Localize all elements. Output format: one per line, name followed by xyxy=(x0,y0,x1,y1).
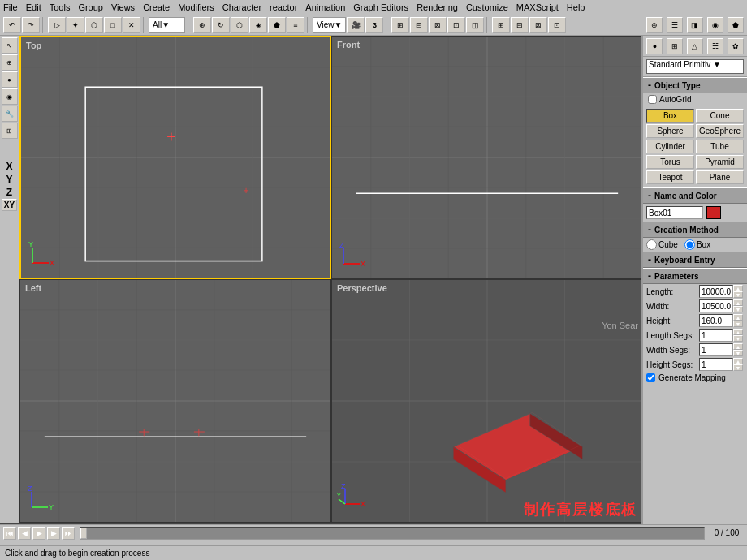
play-start-btn[interactable]: ⏮ xyxy=(3,527,16,540)
btn-teapot[interactable]: Teapot xyxy=(646,170,694,184)
toolbar-rotate[interactable]: ↻ xyxy=(212,17,230,33)
parameters-header[interactable]: - Parameters xyxy=(643,268,747,284)
height-down[interactable]: ▼ xyxy=(733,321,743,327)
btn-cone[interactable]: Cone xyxy=(696,109,744,123)
menu-group[interactable]: Group xyxy=(78,2,103,12)
play-end-btn[interactable]: ⏭ xyxy=(62,527,75,540)
toolbar-scale[interactable]: ⬡ xyxy=(231,17,248,33)
tool3[interactable]: ● xyxy=(2,71,18,88)
width-segs-input[interactable] xyxy=(699,343,733,356)
name-input[interactable] xyxy=(646,206,703,219)
toolbar-snap3[interactable]: ⊠ xyxy=(429,17,447,33)
width-up[interactable]: ▲ xyxy=(733,299,743,306)
menu-maxscript[interactable]: MAXScript xyxy=(516,2,559,12)
next-frame-btn[interactable]: ▶ xyxy=(47,527,60,540)
menu-create[interactable]: Create xyxy=(143,2,170,12)
menu-file[interactable]: File xyxy=(3,2,18,12)
rp-icon4[interactable]: ◉ xyxy=(707,17,723,33)
menu-reactor[interactable]: reactor xyxy=(270,2,297,12)
menu-modifiers[interactable]: Modifiers xyxy=(178,2,214,12)
viewport-front[interactable]: Front X Z xyxy=(331,36,643,279)
tool5[interactable]: 🔧 xyxy=(2,106,18,122)
width-down[interactable]: ▼ xyxy=(733,306,743,312)
length-segs-down[interactable]: ▼ xyxy=(733,335,743,342)
rp-icon9[interactable]: ☵ xyxy=(707,38,723,54)
rp-icon1[interactable]: ⊕ xyxy=(646,17,663,33)
length-segs-up[interactable]: ▲ xyxy=(733,329,743,335)
height-segs-input[interactable] xyxy=(699,358,733,371)
toolbar-snap5[interactable]: ◫ xyxy=(466,17,484,33)
viewport-perspective[interactable]: Perspective Yon Sear X xyxy=(331,279,643,523)
btn-tube[interactable]: Tube xyxy=(696,140,744,153)
toolbar-align[interactable]: ≡ xyxy=(287,17,304,33)
toolbar-layer[interactable]: ⊞ xyxy=(492,17,510,33)
tool2[interactable]: ⊕ xyxy=(2,54,18,71)
length-input[interactable] xyxy=(699,285,733,298)
select-tool[interactable]: ↖ xyxy=(2,37,18,54)
toolbar-ref[interactable]: ◈ xyxy=(249,17,267,33)
xy-axis-label[interactable]: XY xyxy=(2,199,17,211)
menu-animation[interactable]: Animation xyxy=(305,2,345,12)
prev-frame-btn[interactable]: ◀ xyxy=(18,527,31,540)
menu-graph-editors[interactable]: Graph Editors xyxy=(353,2,408,12)
toolbar-select2[interactable]: ✦ xyxy=(67,17,84,33)
toolbar-mirror[interactable]: ⬟ xyxy=(268,17,286,33)
toolbar-select[interactable]: ▷ xyxy=(48,17,66,33)
toolbar-layer3[interactable]: ⊠ xyxy=(529,17,547,33)
viewport-top[interactable]: Top xyxy=(19,36,331,279)
toolbar-select4[interactable]: □ xyxy=(104,17,122,33)
menu-views[interactable]: Views xyxy=(111,2,135,12)
toolbar-layer2[interactable]: ⊟ xyxy=(511,17,529,33)
rp-icon8[interactable]: △ xyxy=(687,38,703,54)
rp-icon5[interactable]: ⬟ xyxy=(728,17,744,33)
menu-character[interactable]: Character xyxy=(222,2,261,12)
tool4[interactable]: ◉ xyxy=(2,88,18,105)
btn-plane[interactable]: Plane xyxy=(696,170,744,184)
toolbar-move[interactable]: ⊕ xyxy=(193,17,211,33)
toolbar-snap4[interactable]: ⊡ xyxy=(447,17,465,33)
toolbar-select3[interactable]: ⬡ xyxy=(85,17,103,33)
rp-icon7[interactable]: ⊞ xyxy=(667,38,683,54)
length-segs-input[interactable] xyxy=(699,329,733,342)
height-up[interactable]: ▲ xyxy=(733,314,743,321)
toolbar-redo[interactable]: ↷ xyxy=(22,17,40,33)
tool6[interactable]: ⊞ xyxy=(2,123,18,139)
length-up[interactable]: ▲ xyxy=(733,285,743,291)
object-type-header[interactable]: - Object Type xyxy=(643,77,747,93)
width-segs-up[interactable]: ▲ xyxy=(733,343,743,350)
btn-torus[interactable]: Torus xyxy=(646,155,694,169)
btn-pyramid[interactable]: Pyramid xyxy=(696,155,744,169)
toolbar-undo[interactable]: ↶ xyxy=(3,17,21,33)
toolbar-snap[interactable]: ⊞ xyxy=(391,17,409,33)
width-input[interactable] xyxy=(699,299,733,312)
rp-icon2[interactable]: ☰ xyxy=(667,17,683,33)
toolbar-num[interactable]: 3 xyxy=(365,17,383,33)
menu-customize[interactable]: Customize xyxy=(466,2,508,12)
btn-box[interactable]: Box xyxy=(646,109,694,123)
menu-help[interactable]: Help xyxy=(567,2,585,12)
btn-geosphere[interactable]: GeoSphere xyxy=(696,124,744,138)
name-color-header[interactable]: - Name and Color xyxy=(643,187,747,204)
radio-cube[interactable] xyxy=(646,239,657,250)
autogrid-checkbox[interactable] xyxy=(648,95,657,104)
timeline-track[interactable] xyxy=(80,527,705,540)
length-down[interactable]: ▼ xyxy=(733,291,743,298)
height-segs-down[interactable]: ▼ xyxy=(733,364,743,371)
toolbar-select5[interactable]: ✕ xyxy=(123,17,140,33)
play-btn[interactable]: ▶ xyxy=(32,527,45,540)
primitives-dropdown[interactable]: Standard Primitiv ▼ xyxy=(646,59,744,74)
radio-box[interactable] xyxy=(684,239,695,250)
height-input[interactable] xyxy=(699,314,733,327)
width-segs-down[interactable]: ▼ xyxy=(733,350,743,356)
toolbar-snap2[interactable]: ⊟ xyxy=(410,17,428,33)
btn-cylinder[interactable]: Cylinder xyxy=(646,140,694,153)
color-swatch[interactable] xyxy=(706,206,721,219)
btn-sphere[interactable]: Sphere xyxy=(646,124,694,138)
menu-tools[interactable]: Tools xyxy=(50,2,71,12)
rp-icon6[interactable]: ● xyxy=(646,38,663,54)
menu-rendering[interactable]: Rendering xyxy=(417,2,458,12)
toolbar-cam[interactable]: 🎥 xyxy=(347,17,365,33)
menu-edit[interactable]: Edit xyxy=(26,2,41,12)
view-dropdown[interactable]: View▼ xyxy=(313,17,346,33)
rp-icon3[interactable]: ◨ xyxy=(687,17,703,33)
